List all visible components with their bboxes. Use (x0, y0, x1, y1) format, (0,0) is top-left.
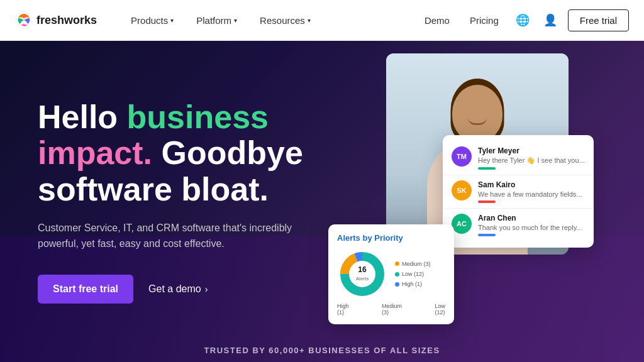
user-icon[interactable]: 👤 (540, 10, 560, 30)
nav-pricing-link[interactable]: Pricing (464, 10, 505, 31)
legend-low: Low (12) (395, 269, 431, 279)
person-head (452, 85, 502, 141)
navbar: freshworks Products ▾ Platform ▾ Resourc… (0, 0, 644, 41)
logo[interactable]: freshworks (15, 11, 97, 29)
chat-name-tyler: Tyler Meyer (478, 146, 585, 155)
chat-avatar-tyler: TM (452, 146, 472, 167)
hero-section: Hello business impact. Goodbye software … (0, 41, 644, 362)
donut-container: 16 Alerts Medium (3) Low (12) High (1) (337, 249, 445, 299)
donut-center-number: 16 (358, 265, 367, 274)
logo-text: freshworks (36, 14, 97, 27)
free-trial-button[interactable]: Free trial (568, 9, 629, 31)
chat-indicator-sam (478, 200, 496, 203)
chat-msg-tyler: Hey there Tyler 👋 I see that you... (478, 156, 585, 165)
get-demo-button[interactable]: Get a demo › (148, 283, 208, 295)
chat-msg-aran: Thank you so much for the reply... (478, 224, 582, 231)
hero-right: TM Tyler Meyer Hey there Tyler 👋 I see t… (322, 41, 606, 362)
hero-headline: Hello business impact. Goodbye software … (38, 99, 322, 207)
trusted-bar: TRUSTED BY 60,000+ BUSINESSES OF ALL SIZ… (0, 338, 644, 362)
chat-name-aran: Aran Chen (478, 214, 582, 222)
headline-business: business (127, 99, 269, 135)
alerts-widget: Alerts by Priority 16 Alerts (328, 224, 454, 324)
headline-impact: impact. (38, 134, 152, 171)
arrow-icon: › (205, 284, 208, 294)
alerts-legend-bar: High(1) Medium(3) Low(12) (337, 303, 445, 315)
donut-labels: Medium (3) Low (12) High (1) (395, 259, 431, 290)
chat-indicator-aran (478, 234, 496, 236)
dot-low (395, 272, 399, 277)
chat-item-aran[interactable]: AC Aran Chen Thank you so much for the r… (443, 209, 594, 241)
chevron-down-icon: ▾ (234, 17, 237, 24)
headline-hello: Hello (38, 99, 127, 135)
nav-platform[interactable]: Platform ▾ (187, 10, 246, 31)
nav-demo-link[interactable]: Demo (418, 10, 456, 31)
legend-medium: Medium (3) (395, 259, 431, 269)
hero-left: Hello business impact. Goodbye software … (38, 99, 322, 304)
chat-indicator-tyler (478, 167, 496, 170)
trusted-text: TRUSTED BY 60,000+ BUSINESSES OF ALL SIZ… (204, 346, 440, 355)
chevron-down-icon: ▾ (170, 17, 174, 24)
freshworks-logo-icon (15, 11, 33, 29)
globe-icon[interactable]: 🌐 (513, 10, 533, 30)
legend-high: High (1) (395, 279, 431, 289)
donut-center-label: Alerts (356, 276, 369, 282)
hero-cta: Start free trial Get a demo › (38, 275, 322, 304)
donut-chart: 16 Alerts (337, 249, 387, 299)
nav-resources[interactable]: Resources ▾ (251, 10, 319, 31)
nav-links: Products ▾ Platform ▾ Resources ▾ (122, 10, 418, 31)
nav-products[interactable]: Products ▾ (122, 10, 182, 31)
headline-software: software bloat. (38, 171, 269, 207)
hero-subtitle: Customer Service, IT, and CRM software t… (38, 220, 302, 252)
chat-msg-sam: We have a few mandatory fields... (478, 190, 582, 198)
chevron-down-icon: ▾ (308, 17, 311, 24)
legend-high-label: High(1) (337, 303, 349, 315)
chat-widget: TM Tyler Meyer Hey there Tyler 👋 I see t… (443, 135, 594, 248)
chat-avatar-aran: AC (452, 214, 472, 234)
chat-item-tyler[interactable]: TM Tyler Meyer Hey there Tyler 👋 I see t… (443, 141, 594, 175)
chat-avatar-sam: SK (452, 180, 472, 200)
alerts-title: Alerts by Priority (337, 233, 445, 243)
headline-goodbye: Goodbye (152, 134, 303, 171)
nav-right: Demo Pricing 🌐 👤 Free trial (418, 9, 629, 31)
chat-item-sam[interactable]: SK Sam Kairo We have a few mandatory fie… (443, 175, 594, 209)
start-trial-button[interactable]: Start free trial (38, 275, 133, 304)
chat-name-sam: Sam Kairo (478, 180, 582, 189)
legend-medium-label: Medium(3) (382, 303, 402, 315)
person-smile (468, 118, 487, 125)
legend-low-label: Low(12) (435, 303, 445, 315)
dot-high (395, 282, 399, 287)
dot-medium (395, 261, 399, 266)
